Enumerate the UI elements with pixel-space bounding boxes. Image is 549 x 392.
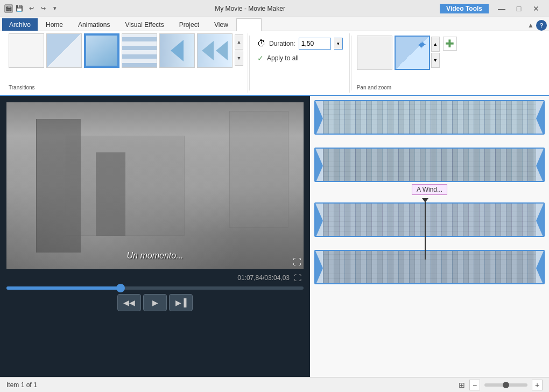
window-controls: — □ ✕ — [493, 3, 545, 14]
video-screen: Un momento... ⛶ — [6, 102, 304, 269]
clip-container-3 — [314, 202, 545, 237]
timeline-gap-1 — [314, 139, 545, 143]
tab-edit[interactable]: Edit — [236, 18, 262, 31]
transition-items — [9, 33, 233, 78]
timeline-clip-4[interactable] — [314, 250, 545, 284]
timeline-clip-2[interactable] — [314, 148, 545, 182]
ribbon-divider-1 — [249, 36, 250, 90]
time-display: 01:07,84/03:04,03 — [237, 274, 290, 282]
transition-diagonal[interactable] — [46, 33, 82, 68]
zoom-out-button[interactable]: − — [469, 380, 480, 390]
progress-handle[interactable] — [116, 284, 125, 292]
item-count: Item 1 of 1 — [6, 381, 37, 389]
timeline-clip-3[interactable] — [314, 202, 545, 237]
redo-button[interactable]: ↪ — [38, 3, 48, 14]
pan-zoom-scroll-down[interactable]: ▼ — [431, 53, 440, 68]
transition-arrow1[interactable] — [159, 33, 195, 68]
zoom-slider[interactable] — [484, 383, 527, 387]
fullscreen-button[interactable]: ⛶ — [293, 257, 301, 267]
transition-scroll: ▲ ▼ — [235, 34, 243, 66]
video-preview: Un momento... ⛶ 01:07,84/03:04,03 ⛶ ◀◀ ▶… — [0, 96, 310, 377]
transitions-label: Transitions — [9, 85, 35, 90]
transition-scroll-down[interactable]: ▼ — [235, 51, 243, 66]
close-button[interactable]: ✕ — [527, 3, 545, 14]
playback-controls: ◀◀ ▶ ▶▐ — [6, 294, 304, 311]
duration-input[interactable] — [299, 38, 331, 50]
video-tools-tab[interactable]: Video Tools — [440, 4, 489, 13]
pan-zoom-label: Pan and zoom — [357, 85, 392, 90]
window-title: My Movie - Movie Maker — [60, 5, 440, 12]
pan-zoom-add-button[interactable]: ✚ — [443, 37, 457, 51]
minimize-button[interactable]: — — [493, 3, 510, 14]
clip-container-1 — [314, 100, 545, 135]
duration-label: Duration: — [269, 40, 295, 47]
tab-home[interactable]: Home — [39, 18, 70, 31]
transitions-section: ▲ ▼ Transitions — [4, 33, 248, 93]
clip-container-2: A Wind... — [314, 148, 545, 182]
progress-fill — [6, 286, 119, 290]
duration-icon: ⏱ — [257, 39, 266, 48]
time-expand-button[interactable]: ⛶ — [294, 274, 301, 282]
transition-blank[interactable] — [9, 33, 44, 68]
maximize-button[interactable]: □ — [510, 3, 527, 14]
play-button[interactable]: ▶ — [143, 294, 167, 311]
pan-zoom-blank[interactable] — [357, 36, 392, 70]
timeline-gap-2 — [314, 241, 545, 246]
title-bar: 🎬 💾 ↩ ↪ ▾ My Movie - Movie Maker Video T… — [0, 0, 549, 17]
quick-access-toolbar: 🎬 💾 ↩ ↪ ▾ — [4, 3, 60, 14]
tab-project[interactable]: Project — [172, 18, 206, 31]
transition-selected[interactable] — [84, 33, 119, 68]
video-background — [6, 102, 304, 269]
tab-view[interactable]: View — [207, 18, 235, 31]
pan-zoom-items: ✦ — [357, 36, 430, 80]
nav-arrows: ▲ ? — [527, 20, 547, 31]
rewind-button[interactable]: ◀◀ — [117, 294, 141, 311]
apply-to-all-button[interactable]: ✓ Apply to all — [257, 54, 299, 62]
nav-up-arrow[interactable]: ▲ — [527, 22, 534, 29]
pan-zoom-selected[interactable]: ✦ — [395, 36, 430, 70]
ribbon: ▲ ▼ Transitions ⏱ Duration: ▾ ✓ Apply to… — [0, 31, 549, 96]
app-icon: 🎬 — [4, 4, 13, 13]
duration-section: ⏱ Duration: ▾ ✓ Apply to all — [251, 33, 350, 93]
ribbon-divider-2 — [351, 36, 351, 90]
progress-bar[interactable] — [6, 286, 304, 290]
timeline-scroll-area[interactable]: A Wind... — [310, 96, 549, 377]
video-time: 01:07,84/03:04,03 ⛶ — [6, 274, 304, 282]
status-bar: Item 1 of 1 ⊞ − + — [0, 377, 549, 392]
ribbon-tab-bar: Archivo Home Animations Visual Effects P… — [0, 17, 549, 31]
forward-button[interactable]: ▶▐ — [169, 294, 193, 311]
duration-dropdown[interactable]: ▾ — [334, 38, 343, 50]
clip-text-label[interactable]: A Wind... — [412, 184, 447, 195]
tab-archivo[interactable]: Archivo — [2, 18, 38, 31]
help-button[interactable]: ? — [536, 20, 547, 31]
timeline: A Wind... — [310, 96, 549, 377]
timeline-clip-1[interactable] — [314, 100, 545, 135]
main-content: Un momento... ⛶ 01:07,84/03:04,03 ⛶ ◀◀ ▶… — [0, 96, 549, 377]
video-scene — [6, 102, 304, 269]
save-button[interactable]: 💾 — [14, 3, 25, 14]
apply-label: Apply to all — [267, 54, 299, 62]
pan-zoom-section: ✦ ▲ ▼ ✚ Pan and zoom — [353, 33, 461, 93]
status-right: ⊞ − + — [459, 380, 543, 390]
playhead — [425, 198, 426, 260]
timeline-icon[interactable]: ⊞ — [459, 381, 465, 389]
zoom-in-button[interactable]: + — [532, 380, 543, 390]
duration-row: ⏱ Duration: ▾ — [257, 38, 343, 50]
video-subtitle: Un momento... — [127, 251, 184, 261]
tab-visual-effects[interactable]: Visual Effects — [118, 18, 171, 31]
zoom-handle[interactable] — [503, 382, 509, 388]
pan-zoom-scroll-up[interactable]: ▲ — [431, 37, 440, 52]
dropdown-button[interactable]: ▾ — [50, 3, 60, 14]
apply-icon: ✓ — [257, 54, 264, 62]
clip-container-4 — [314, 250, 545, 284]
transition-arrow2[interactable] — [197, 33, 233, 68]
tab-animations[interactable]: Animations — [71, 18, 117, 31]
transition-scroll-up[interactable]: ▲ — [235, 34, 243, 50]
transition-tiles[interactable] — [122, 33, 157, 68]
undo-button[interactable]: ↩ — [26, 3, 37, 14]
